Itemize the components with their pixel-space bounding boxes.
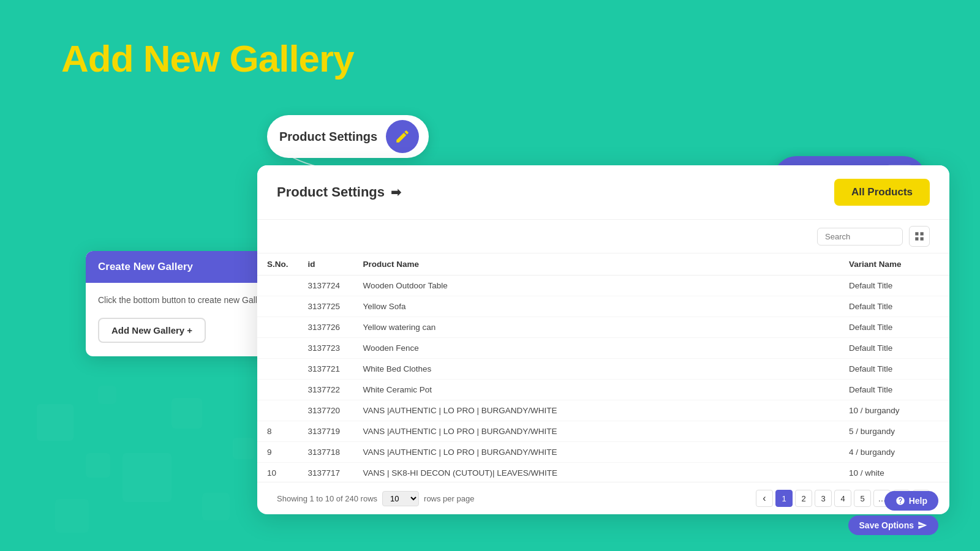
cell-variant: Default Title <box>839 338 949 359</box>
help-icon <box>895 496 905 506</box>
cell-id: 3137718 <box>298 442 353 463</box>
rows-per-page-select[interactable]: 10 25 50 100 <box>382 491 419 506</box>
help-button[interactable]: Help <box>884 491 938 511</box>
cell-name: VANS | SK8-HI DECON (CUTOUT)| LEAVES/WHI… <box>353 463 839 482</box>
pagination-prev[interactable]: ‹ <box>756 490 773 507</box>
cell-sno: 8 <box>257 421 298 442</box>
pagination-page-1[interactable]: 1 <box>775 490 793 507</box>
cell-sno <box>257 338 298 359</box>
search-input[interactable] <box>817 228 903 246</box>
product-settings-tooltip[interactable]: Product Settings <box>267 115 429 158</box>
product-table: S.No. id Product Name Variant Name 31377… <box>257 253 949 482</box>
table-row[interactable]: 3137722 White Ceramic Pot Default Title <box>257 380 949 400</box>
cell-name: Yellow Sofa <box>353 296 839 317</box>
showing-text: Showing 1 to 10 of 240 rows <box>277 494 377 503</box>
table-row[interactable]: 9 3137718 VANS |AUTHENTIC | LO PRO | BUR… <box>257 442 949 463</box>
cell-id: 3137721 <box>298 359 353 380</box>
cell-name: VANS |AUTHENTIC | LO PRO | BURGANDY/WHIT… <box>353 400 839 421</box>
grid-icon <box>914 231 925 242</box>
col-header-id: id <box>298 253 353 276</box>
cell-variant: Default Title <box>839 380 949 400</box>
products-table: S.No. id Product Name Variant Name 31377… <box>257 253 949 482</box>
cell-variant: 5 / burgandy <box>839 421 949 442</box>
all-products-button[interactable]: All Products <box>834 179 930 206</box>
cell-variant: Default Title <box>839 359 949 380</box>
arrow-icon: ➡ <box>391 185 401 200</box>
cell-name: Yellow watering can <box>353 317 839 338</box>
cell-variant: Default Title <box>839 276 949 296</box>
edit-icon-circle <box>386 120 419 153</box>
table-row[interactable]: 3137726 Yellow watering can Default Titl… <box>257 317 949 338</box>
help-label: Help <box>909 496 927 506</box>
save-icon-bottom <box>918 520 927 530</box>
add-new-gallery-button[interactable]: Add New Gallery + <box>98 318 206 343</box>
main-panel: Product Settings ➡ All Products S.No. id… <box>257 165 949 514</box>
gallery-card-title: Create New Gallery <box>98 261 193 272</box>
col-header-sno: S.No. <box>257 253 298 276</box>
cell-variant: Default Title <box>839 317 949 338</box>
cell-id: 3137723 <box>298 338 353 359</box>
cell-variant: 4 / burgandy <box>839 442 949 463</box>
cell-sno: 9 <box>257 442 298 463</box>
cell-name: Wooden Outdoor Table <box>353 276 839 296</box>
rows-per-page-label: rows per page <box>424 494 474 503</box>
cell-id: 3137725 <box>298 296 353 317</box>
cell-name: White Ceramic Pot <box>353 380 839 400</box>
cell-name: Wooden Fence <box>353 338 839 359</box>
cell-sno <box>257 380 298 400</box>
cell-id: 3137719 <box>298 421 353 442</box>
cell-sno <box>257 317 298 338</box>
table-row[interactable]: 8 3137719 VANS |AUTHENTIC | LO PRO | BUR… <box>257 421 949 442</box>
panel-header: Product Settings ➡ All Products <box>257 165 949 220</box>
table-row[interactable]: 3137720 VANS |AUTHENTIC | LO PRO | BURGA… <box>257 400 949 421</box>
bottom-right-buttons: Help Save Options <box>848 491 938 535</box>
table-row[interactable]: 3137724 Wooden Outdoor Table Default Tit… <box>257 276 949 296</box>
cell-sno: 10 <box>257 463 298 482</box>
save-options-bottom-label: Save Options <box>859 520 914 530</box>
cell-name: VANS |AUTHENTIC | LO PRO | BURGANDY/WHIT… <box>353 421 839 442</box>
table-row[interactable]: 10 3137717 VANS | SK8-HI DECON (CUTOUT)|… <box>257 463 949 482</box>
cell-variant: 10 / burgandy <box>839 400 949 421</box>
pagination-page-2[interactable]: 2 <box>795 490 812 507</box>
cell-variant: Default Title <box>839 296 949 317</box>
pagination-page-3[interactable]: 3 <box>815 490 832 507</box>
panel-footer: Showing 1 to 10 of 240 rows 10 25 50 100… <box>257 482 949 514</box>
cell-id: 3137722 <box>298 380 353 400</box>
table-row[interactable]: 3137725 Yellow Sofa Default Title <box>257 296 949 317</box>
cell-sno <box>257 400 298 421</box>
col-header-name: Product Name <box>353 253 839 276</box>
rows-per-page-control: Showing 1 to 10 of 240 rows 10 25 50 100… <box>277 491 474 506</box>
panel-header-title: Product Settings ➡ <box>277 184 401 200</box>
panel-toolbar <box>257 220 949 253</box>
cell-variant: 10 / white <box>839 463 949 482</box>
table-body: 3137724 Wooden Outdoor Table Default Tit… <box>257 276 949 482</box>
col-header-variant: Variant Name <box>839 253 949 276</box>
cell-name: VANS |AUTHENTIC | LO PRO | BURGANDY/WHIT… <box>353 442 839 463</box>
cell-sno <box>257 296 298 317</box>
cell-sno <box>257 276 298 296</box>
table-row[interactable]: 3137723 Wooden Fence Default Title <box>257 338 949 359</box>
cell-name: White Bed Clothes <box>353 359 839 380</box>
grid-toggle-button[interactable] <box>909 226 930 247</box>
table-row[interactable]: 3137721 White Bed Clothes Default Title <box>257 359 949 380</box>
cell-id: 3137726 <box>298 317 353 338</box>
page-title: Add New Gallery <box>61 37 354 80</box>
cell-id: 3137720 <box>298 400 353 421</box>
table-header: S.No. id Product Name Variant Name <box>257 253 949 276</box>
save-options-bottom-button[interactable]: Save Options <box>848 515 938 535</box>
product-settings-tooltip-label: Product Settings <box>279 130 377 144</box>
cell-id: 3137724 <box>298 276 353 296</box>
edit-icon <box>394 129 410 144</box>
panel-title-text: Product Settings <box>277 184 385 200</box>
cell-id: 3137717 <box>298 463 353 482</box>
cell-sno <box>257 359 298 380</box>
